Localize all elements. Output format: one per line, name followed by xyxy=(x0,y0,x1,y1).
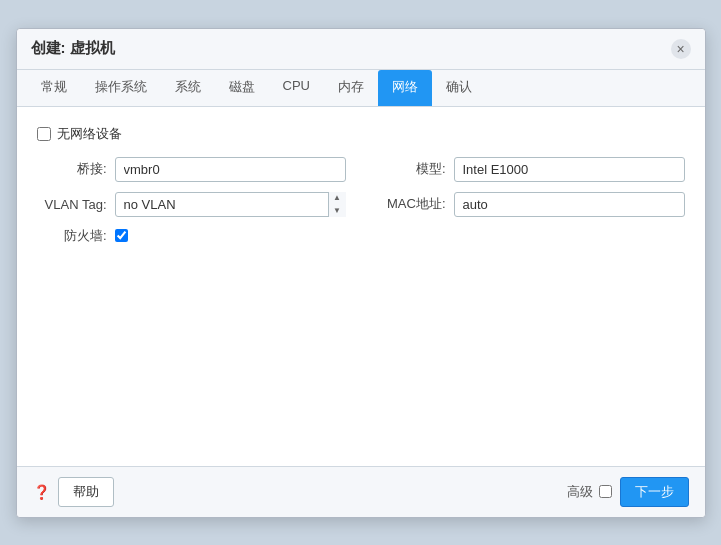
firewall-row: 防火墙: xyxy=(37,227,346,245)
tab-confirm[interactable]: 确认 xyxy=(432,70,486,106)
advanced-checkbox[interactable] xyxy=(599,485,612,498)
right-column: 模型: Intel E1000 VirtIO (paravirtualized)… xyxy=(376,157,685,255)
mac-input[interactable] xyxy=(454,192,685,217)
mac-row: MAC地址: xyxy=(376,192,685,217)
close-button[interactable]: × xyxy=(671,39,691,59)
vlan-spin-up[interactable]: ▲ xyxy=(329,192,346,205)
advanced-wrap: 高级 xyxy=(567,483,612,501)
no-device-checkbox-wrap[interactable]: 无网络设备 xyxy=(37,125,122,143)
help-button[interactable]: 帮助 xyxy=(58,477,114,507)
firewall-check-wrap xyxy=(115,229,128,242)
footer-left: ❓ 帮助 xyxy=(33,477,114,507)
model-select[interactable]: Intel E1000 VirtIO (paravirtualized) Rea… xyxy=(454,157,685,182)
tab-general[interactable]: 常规 xyxy=(27,70,81,106)
no-device-row: 无网络设备 xyxy=(37,125,685,143)
footer-right: 高级 下一步 xyxy=(567,477,689,507)
advanced-label: 高级 xyxy=(567,483,593,501)
vlan-input[interactable] xyxy=(115,192,346,217)
vlan-label: VLAN Tag: xyxy=(37,197,107,212)
bridge-row: 桥接: vmbr0 vmbr1 xyxy=(37,157,346,182)
dialog-title: 创建: 虚拟机 xyxy=(31,39,115,58)
mac-label: MAC地址: xyxy=(376,195,446,213)
dialog-titlebar: 创建: 虚拟机 × xyxy=(17,29,705,70)
form-columns: 桥接: vmbr0 vmbr1 VLAN Tag: ▲ xyxy=(37,157,685,255)
vlan-input-wrap: ▲ ▼ xyxy=(115,192,346,217)
model-row: 模型: Intel E1000 VirtIO (paravirtualized)… xyxy=(376,157,685,182)
tab-memory[interactable]: 内存 xyxy=(324,70,378,106)
tab-network[interactable]: 网络 xyxy=(378,70,432,106)
dialog-body: 无网络设备 桥接: vmbr0 vmbr1 xyxy=(17,107,705,466)
mac-input-wrap xyxy=(454,192,685,217)
model-label: 模型: xyxy=(376,160,446,178)
tab-system[interactable]: 系统 xyxy=(161,70,215,106)
model-select-wrap: Intel E1000 VirtIO (paravirtualized) Rea… xyxy=(454,157,685,182)
tab-os[interactable]: 操作系统 xyxy=(81,70,161,106)
tab-bar: 常规 操作系统 系统 磁盘 CPU 内存 网络 确认 xyxy=(17,70,705,107)
tab-cpu[interactable]: CPU xyxy=(269,70,324,106)
bridge-select-wrap: vmbr0 vmbr1 xyxy=(115,157,346,182)
firewall-checkbox[interactable] xyxy=(115,229,128,242)
bridge-select[interactable]: vmbr0 vmbr1 xyxy=(115,157,346,182)
no-device-label: 无网络设备 xyxy=(57,125,122,143)
vlan-row: VLAN Tag: ▲ ▼ xyxy=(37,192,346,217)
vlan-spin-down[interactable]: ▼ xyxy=(329,204,346,217)
bridge-label: 桥接: xyxy=(37,160,107,178)
tab-disk[interactable]: 磁盘 xyxy=(215,70,269,106)
left-column: 桥接: vmbr0 vmbr1 VLAN Tag: ▲ xyxy=(37,157,346,255)
help-icon: ❓ xyxy=(33,484,50,500)
dialog-footer: ❓ 帮助 高级 下一步 xyxy=(17,466,705,517)
vlan-spinners: ▲ ▼ xyxy=(328,192,346,217)
no-device-checkbox[interactable] xyxy=(37,127,51,141)
create-vm-dialog: 创建: 虚拟机 × 常规 操作系统 系统 磁盘 CPU 内存 网络 确认 无网络… xyxy=(16,28,706,518)
next-button[interactable]: 下一步 xyxy=(620,477,689,507)
firewall-label: 防火墙: xyxy=(37,227,107,245)
